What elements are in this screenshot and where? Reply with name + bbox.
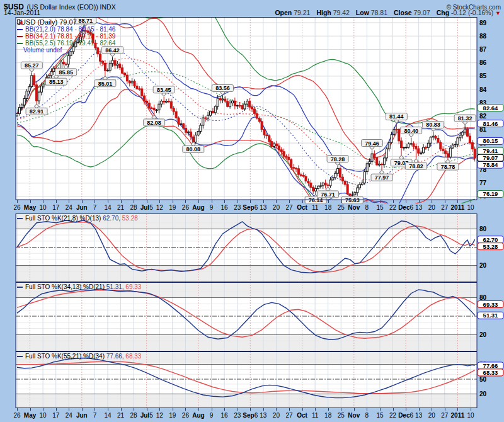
stochastic-d-value: 53.28 — [122, 215, 138, 222]
svg-text:20: 20 — [479, 331, 487, 338]
stockcharts-page: { "header": { "symbol": "$USD", "descrip… — [0, 0, 504, 422]
svg-text:78.84: 78.84 — [483, 161, 498, 168]
date-tick-label: 24 — [66, 412, 72, 419]
date-tick-label: 20 — [428, 412, 435, 419]
svg-text:80: 80 — [479, 294, 487, 301]
chg-down-arrow-icon: ▼ — [495, 10, 501, 16]
date-tick-label: 2011 — [451, 204, 465, 211]
price-tag: 81.46 — [478, 120, 503, 127]
date-tick-mark — [82, 408, 83, 411]
line-swatch-icon — [17, 287, 23, 288]
svg-text:76.71: 76.71 — [321, 191, 335, 198]
svg-text:80.08: 80.08 — [186, 146, 201, 152]
svg-text:77.66: 77.66 — [483, 362, 498, 369]
line-swatch-icon — [17, 43, 23, 44]
svg-text:79.07: 79.07 — [483, 154, 498, 161]
date-tick-mark — [69, 408, 69, 411]
date-tick-mark — [224, 408, 225, 411]
high-value: 79.42 — [333, 9, 350, 16]
date-tick-label: Oct — [297, 412, 307, 419]
svg-text:86: 86 — [479, 59, 487, 66]
svg-text:81.44: 81.44 — [389, 113, 404, 120]
date-tick-mark — [173, 408, 173, 411]
svg-text:77: 77 — [479, 180, 487, 186]
date-tick-label: 17 — [52, 412, 59, 419]
date-tick-label: Dec6 — [398, 204, 413, 211]
date-tick-label: 23 — [234, 412, 241, 419]
svg-text:51.31: 51.31 — [483, 312, 498, 319]
date-tick-mark — [263, 408, 264, 411]
date-tick-label: 18 — [324, 412, 331, 419]
date-tick-mark — [289, 408, 290, 411]
line-swatch-icon — [17, 218, 23, 219]
line-swatch-icon — [17, 36, 23, 37]
date-tick-label: 26 — [13, 412, 20, 419]
date-tick-label: 26 — [182, 204, 189, 211]
date-tick-label: 20 — [273, 204, 280, 211]
date-tick-label: Jul5 — [140, 204, 153, 211]
svg-text:82: 82 — [479, 113, 487, 120]
date-tick-mark — [276, 408, 277, 411]
date-tick-mark — [159, 408, 160, 411]
date-tick-label: 11 — [312, 204, 318, 211]
price-tag: 69.33 — [478, 301, 503, 308]
date-tick-label: 8 — [365, 204, 369, 211]
stochastic-d-value: 69.33 — [125, 283, 141, 290]
svg-text:82.08: 82.08 — [147, 120, 161, 126]
date-tick-label: 10 — [467, 204, 474, 211]
date-tick-label: 22 — [389, 412, 396, 419]
date-tick-label: 7 — [93, 412, 97, 419]
svg-text:76.19: 76.19 — [483, 190, 498, 197]
date-axis-bottom: 26May101724Jun7142128Jul5121926Aug91623S… — [0, 408, 504, 421]
date-tick-label: Jun — [76, 412, 88, 419]
date-tick-label: 27 — [441, 204, 448, 211]
date-tick-label: 15 — [376, 412, 383, 419]
date-tick-label: 28 — [130, 412, 137, 419]
bollinger-legend-text: BB(55,2.5) 76.19 - 79.41 - 82.64 — [25, 40, 115, 47]
header-row-2: 14-Jan-2011 Open 79.21 High 79.42 Low 78… — [4, 9, 501, 16]
date-tick-label: 8 — [365, 412, 369, 419]
date-tick-mark — [94, 408, 95, 411]
svg-text:82.64: 82.64 — [483, 105, 498, 111]
date-tick-label: Nov — [348, 412, 360, 419]
svg-text:78.28: 78.28 — [331, 156, 345, 163]
stochastic-name: Full STO %K(55,21) %D(34) — [25, 353, 106, 360]
date-tick-label: 14 — [104, 204, 111, 211]
date-tick-mark — [419, 408, 420, 411]
stochastic-legend-2: Full STO %K(34,13) %D(21) 51.31, 69.33 — [17, 283, 141, 290]
svg-text:89: 89 — [479, 20, 487, 26]
stochastic-panel-3: 80502077.6668.33 — [0, 351, 504, 408]
date-tick-mark — [393, 408, 394, 411]
svg-text:75.63: 75.63 — [345, 197, 360, 203]
date-tick-label: 26 — [13, 204, 20, 211]
date-tick-label: 11 — [312, 412, 318, 419]
date-tick-mark — [108, 408, 108, 411]
price-tag: 82.64 — [478, 105, 503, 111]
svg-text:81.32: 81.32 — [458, 115, 472, 122]
date-tick-label: 12 — [156, 204, 163, 211]
date-tick-mark — [43, 408, 43, 411]
date-tick-mark — [185, 408, 186, 411]
open-label: Open — [275, 9, 292, 16]
date-tick-label: 12 — [156, 412, 163, 419]
stochastic-panel-1: 80502062.7053.28 — [0, 214, 504, 282]
price-tag: 76.19 — [478, 190, 503, 197]
date-tick-label: May — [24, 204, 36, 211]
date-tick-label: Nov — [348, 204, 360, 211]
date-tick-mark — [367, 408, 367, 411]
date-tick-label: May — [24, 412, 36, 419]
date-tick-label: 25 — [338, 204, 345, 211]
bollinger-legend-text: BB(21,2.0) 78.84 - 80.15 - 81.46 — [25, 26, 115, 33]
price-tag: 77.66 — [478, 362, 503, 369]
date-tick-mark — [250, 408, 251, 411]
svg-text:78.82: 78.82 — [409, 163, 423, 169]
svg-text:53.28: 53.28 — [483, 243, 498, 250]
date-tick-label: Sep6 — [243, 412, 258, 419]
high-label: High — [316, 9, 331, 16]
date-tick-mark — [147, 408, 147, 411]
date-tick-mark — [302, 408, 303, 411]
stochastic-legend-1: Full STO %K(21,8) %D(13) 62.70, 53.28 — [17, 215, 138, 222]
stochastic-k-value: 62.70, — [103, 215, 122, 222]
svg-text:79.46: 79.46 — [365, 140, 379, 147]
main-legend-title-row: $USD (Daily) 79.07 — [17, 18, 115, 26]
